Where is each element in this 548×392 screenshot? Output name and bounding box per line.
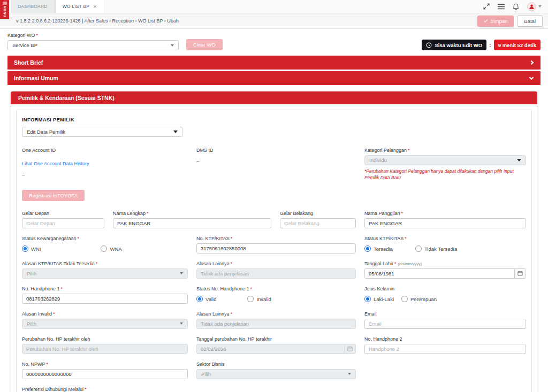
no-hp1-input[interactable] bbox=[22, 294, 188, 304]
section-short-brief[interactable]: Short Brief bbox=[7, 56, 541, 70]
hamburger-icon bbox=[3, 2, 7, 5]
nama-panggilan-label: Nama Panggilan* bbox=[364, 211, 526, 216]
npwp-row: No. NPWP* Sektor Bisnis Pilih bbox=[22, 362, 526, 379]
sektor-bisnis-select[interactable]: Pilih bbox=[196, 369, 356, 379]
kategori-pelanggan-select[interactable]: Individu bbox=[364, 155, 526, 165]
alasan-ktp-select[interactable]: Pilih bbox=[22, 268, 188, 279]
nama-lengkap-input[interactable] bbox=[113, 218, 271, 228]
gelar-depan-field: Gelar Depan bbox=[22, 211, 104, 228]
alasan-invalid-select[interactable]: Pilih bbox=[22, 319, 188, 329]
radio-tersedia[interactable]: Tersedia bbox=[364, 245, 393, 252]
registrasi-mtoyota-button[interactable]: Registrasi mTOYOTA bbox=[22, 190, 85, 201]
nama-panggilan-input[interactable] bbox=[364, 218, 526, 228]
sektor-bisnis-label: Sektor Bisnis bbox=[196, 362, 356, 367]
no-hp2-label: No. Handphone 2 bbox=[364, 336, 526, 342]
fullscreen-icon[interactable] bbox=[483, 3, 490, 10]
radio-perempuan[interactable]: Perempuan bbox=[401, 296, 437, 302]
timer-label-badge: Sisa waktu Edit WO bbox=[422, 40, 486, 50]
radio-invalid[interactable]: Invalid bbox=[247, 296, 271, 302]
status-ktp-field: Status KTP/KITAS* Tersedia Tidak Tersedi… bbox=[364, 236, 526, 253]
radio-wni[interactable]: WNI bbox=[22, 245, 41, 252]
no-ktp-input[interactable] bbox=[196, 243, 356, 253]
alasan-lainnya-ktp-input[interactable] bbox=[196, 268, 356, 279]
user-menu[interactable] bbox=[527, 2, 542, 11]
section-informasi-umum[interactable]: Informasi Umum bbox=[7, 71, 541, 85]
no-ktp-field: No. KTP/KITAS* bbox=[196, 236, 356, 253]
one-account-history-link[interactable]: Lihat One Account Data History bbox=[22, 161, 89, 166]
one-account-label: One Account ID bbox=[22, 148, 188, 153]
tanggal-lahir-label: Tanggal Lahir*(dd/mm/yyyy) bbox=[364, 261, 526, 266]
gelar-belakang-field: Gelar Belakang bbox=[280, 211, 356, 228]
npwp-label: No. NPWP* bbox=[22, 362, 188, 367]
chevron-down-icon bbox=[517, 159, 521, 162]
gelar-depan-input[interactable] bbox=[22, 218, 104, 228]
simpan-button[interactable]: Simpan bbox=[477, 16, 514, 27]
chevron-down-icon bbox=[538, 5, 542, 7]
chevron-down-icon bbox=[180, 322, 183, 325]
calendar-icon[interactable] bbox=[514, 269, 526, 278]
user-icon bbox=[529, 4, 535, 10]
hamburger-menu-icon[interactable] bbox=[498, 4, 505, 10]
alasan-ktp-label: Alasan KTP/KITAS Tidak Tersedia* bbox=[22, 261, 188, 266]
kategori-wo-select[interactable]: Service BP bbox=[7, 40, 179, 50]
topbar: DASHBOARD WO LIST BP × bbox=[0, 0, 548, 13]
tab-wo-list-bp-label: WO LIST BP bbox=[63, 4, 90, 9]
alasan-lainnya-ktp-label: Alasan Lainnya* bbox=[196, 261, 356, 266]
alasan-invalid-label: Alasan Invalid* bbox=[22, 311, 188, 317]
breadcrumb: v 1.8.2 2.0.8.6.2-120226-1426 | After Sa… bbox=[16, 18, 179, 24]
one-account-value: – bbox=[22, 172, 188, 178]
radio-laki-laki[interactable]: Laki-Laki bbox=[364, 296, 394, 302]
tab-close-icon[interactable]: × bbox=[93, 4, 97, 10]
no-hp2-input[interactable] bbox=[364, 344, 526, 354]
radio-dot bbox=[401, 296, 408, 302]
radio-wna[interactable]: WNA bbox=[101, 245, 121, 252]
dms-id-label: DMS ID bbox=[196, 148, 356, 153]
informasi-pemilik-form: INFORMASI PEMILIK Edit Data Pemilik One … bbox=[16, 110, 532, 392]
no-hp1-field: No. Handphone 1* bbox=[22, 286, 188, 304]
jenis-kelamin-label: Jenis Kelamin bbox=[364, 286, 526, 291]
tab-wo-list-bp[interactable]: WO LIST BP × bbox=[55, 0, 104, 13]
tanggal-perubahan-hp-input[interactable]: 02/02/2026 bbox=[196, 344, 356, 354]
status-ktp-label: Status KTP/KITAS* bbox=[364, 236, 526, 241]
tanggal-lahir-field: Tanggal Lahir*(dd/mm/yyyy) 05/08/1981 bbox=[364, 261, 526, 279]
no-hp2-field: No. Handphone 2 bbox=[364, 336, 526, 354]
tanggal-perubahan-hp-label: Tanggal perubahan No. HP terakhir bbox=[196, 336, 356, 342]
npwp-input[interactable] bbox=[22, 369, 188, 379]
email-label: Email bbox=[364, 311, 526, 317]
bell-icon[interactable] bbox=[513, 3, 519, 10]
page-actions: Simpan Batal bbox=[477, 16, 543, 27]
gelar-belakang-input[interactable] bbox=[280, 218, 356, 228]
radio-valid[interactable]: Valid bbox=[196, 296, 216, 302]
radio-tidak-tersedia[interactable]: Tidak Tersedia bbox=[415, 245, 457, 252]
chevron-down-icon bbox=[348, 373, 351, 375]
tab-dashboard[interactable]: DASHBOARD bbox=[11, 0, 55, 13]
chevron-down-icon bbox=[180, 272, 183, 274]
perubahan-hp-oleh-input[interactable] bbox=[22, 344, 188, 354]
timer-colon: : bbox=[489, 42, 491, 48]
alasan-lainnya-ktp-field: Alasan Lainnya* bbox=[196, 261, 356, 279]
alasan-ktp-field: Alasan KTP/KITAS Tidak Tersedia* Pilih bbox=[22, 261, 188, 279]
status-hp1-label: Status No. Handphone 1* bbox=[196, 286, 356, 291]
form-heading: INFORMASI PEMILIK bbox=[22, 117, 526, 122]
dms-id-value: – bbox=[196, 158, 356, 164]
no-ktp-label: No. KTP/KITAS* bbox=[196, 236, 356, 241]
section-pemilik-kendaraan[interactable]: Pemilik & Kendaraan (Sesuai STNK) bbox=[11, 91, 537, 104]
tab-bar: DASHBOARD WO LIST BP × bbox=[11, 0, 104, 13]
email-field: Email bbox=[364, 311, 526, 329]
perubahan-hp-oleh-label: Perubahan No. HP terakhir oleh bbox=[22, 336, 188, 342]
handphone-row: No. Handphone 1* Status No. Handphone 1*… bbox=[22, 286, 526, 304]
alasan-lainnya-hp-input[interactable] bbox=[196, 319, 356, 329]
email-input[interactable] bbox=[364, 319, 526, 329]
sektor-bisnis-field: Sektor Bisnis Pilih bbox=[196, 362, 356, 379]
gelar-belakang-label: Gelar Belakang bbox=[280, 211, 356, 216]
gelar-depan-label: Gelar Depan bbox=[22, 211, 104, 216]
alasan-invalid-field: Alasan Invalid* Pilih bbox=[22, 311, 188, 329]
tanggal-lahir-input[interactable]: 05/08/1981 bbox=[364, 268, 526, 279]
timer-value-badge: 9 menit 52 detik bbox=[494, 40, 541, 50]
batal-button[interactable]: Batal bbox=[517, 16, 543, 27]
menu-toggle[interactable]: MENU bbox=[0, 0, 9, 19]
clock-icon bbox=[426, 42, 432, 48]
edit-data-pemilik-select[interactable]: Edit Data Pemilik bbox=[22, 127, 182, 137]
alasan-lainnya-hp-field: Alasan Lainnya* bbox=[196, 311, 356, 329]
clear-wo-button[interactable]: Clear WO bbox=[186, 39, 223, 50]
